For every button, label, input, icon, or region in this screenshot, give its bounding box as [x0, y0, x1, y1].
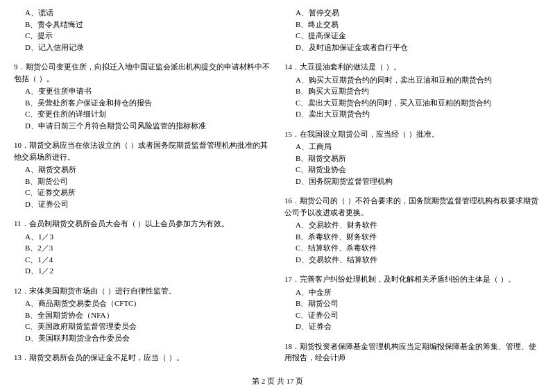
question-13-text: 13．期货交易所会员的保证金不足时，应当（ ）。	[14, 352, 271, 364]
q17-option-d: D、证券会	[284, 321, 541, 332]
question-16-block: 16．期货公司的（ ）不符合要求的，国务院期货监督管理机构有权要求期货公司予以改…	[284, 195, 541, 265]
question-9-block: 9．期货公司变更住所，向拟迁入地中国证监会派出机构提交的申请材料中不包括（ ）。…	[14, 61, 271, 131]
question-block-options-top-left: A、谎话 B、责令具结悔过 C、提示 D、记入信用记录	[14, 7, 271, 53]
question-10-text: 10．期货交易应当在依法设立的（ ）或者国务院期货监督管理机构批准的其他交易场所…	[14, 139, 271, 162]
question-9-text: 9．期货公司变更住所，向拟迁入地中国证监会派出机构提交的申请材料中不包括（ ）。	[14, 61, 271, 84]
question-15-block: 15．在我国设立期货公司，应当经（ ）批准。 A、工商局 B、期货交易所 C、期…	[284, 128, 541, 187]
two-column-layout: A、谎话 B、责令具结悔过 C、提示 D、记入信用记录 9．期货公司变更住所，向…	[14, 7, 541, 369]
q12-option-b: B、全国期货协会（NFA）	[14, 309, 271, 321]
question-block-options-top-right: A、暂停交易 B、终止交易 C、提高保证金 D、及时追加保证金或者自行平仓	[284, 7, 541, 53]
question-12-block: 12．宋体美国期货市场由（ ）进行自律性监管。 A、商品期货交易委员会（CFTC…	[14, 285, 271, 344]
question-14-block: 14．大豆提油套利的做法是（ ）。 A、购买大豆期货合约的同时，卖出豆油和豆粕的…	[284, 61, 541, 120]
r-option-b: B、终止交易	[284, 19, 541, 31]
q15-option-b: B、期货交易所	[284, 153, 541, 164]
q12-option-c: C、美国政府期货监督管理委员会	[14, 321, 271, 332]
option-b: B、责令具结悔过	[14, 19, 271, 31]
q9-option-c: C、变更住所的详细计划	[14, 108, 271, 120]
q12-option-a: A、商品期货交易委员会（CFTC）	[14, 298, 271, 309]
r-option-a: A、暂停交易	[284, 7, 541, 19]
question-14-text: 14．大豆提油套利的做法是（ ）。	[284, 61, 541, 73]
question-18-text: 18．期货投资者保障基金管理机构应当定期编报保障基金的筹集、管理、使用报告，经会…	[284, 341, 541, 364]
question-10-block: 10．期货交易应当在依法设立的（ ）或者国务院期货监督管理机构批准的其他交易场所…	[14, 139, 271, 210]
q15-option-c: C、期货业协会	[284, 164, 541, 176]
question-17-text: 17．完善客户纠纷处理机制，及时化解相关矛盾纠纷的主体是（ ）。	[284, 273, 541, 285]
q17-option-b: B、期货公司	[284, 298, 541, 309]
q14-option-b: B、购买大豆期货合约	[284, 85, 541, 97]
page-footer: 第 2 页 共 17 页	[14, 376, 541, 386]
q10-option-d: D、证券公司	[14, 198, 271, 210]
q14-option-d: D、卖出大豆期货合约	[284, 108, 541, 120]
page-container: A、谎话 B、责令具结悔过 C、提示 D、记入信用记录 9．期货公司变更住所，向…	[14, 7, 541, 386]
left-column: A、谎话 B、责令具结悔过 C、提示 D、记入信用记录 9．期货公司变更住所，向…	[14, 7, 271, 369]
question-11-text: 11．会员制期货交易所会员大会有（ ）以上会员参加方为有效。	[14, 218, 271, 230]
option-d: D、记入信用记录	[14, 42, 271, 53]
q11-option-a: A、1／3	[14, 231, 271, 243]
question-13-block: 13．期货交易所会员的保证金不足时，应当（ ）。	[14, 352, 271, 365]
q9-option-d: D、申请日前三个月符合期货公司风险监管的指标标准	[14, 120, 271, 132]
q11-option-d: D、1／2	[14, 265, 271, 277]
r-option-c: C、提高保证金	[284, 30, 541, 42]
r-option-d: D、及时追加保证金或者自行平仓	[284, 42, 541, 53]
question-16-text: 16．期货公司的（ ）不符合要求的，国务院期货监督管理机构有权要求期货公司予以改…	[284, 195, 541, 218]
q15-option-d: D、国务院期货监督管理机构	[284, 176, 541, 187]
q12-option-d: D、美国联邦期货业合作委员会	[14, 332, 271, 344]
q11-option-c: C、1／4	[14, 254, 271, 266]
page-number: 第 2 页 共 17 页	[252, 377, 303, 385]
q16-option-a: A、交易软件、财务软件	[284, 219, 541, 231]
q9-option-b: B、吴营处所客户保证金和持仓的报告	[14, 97, 271, 109]
q9-option-a: A、变更住所申请书	[14, 85, 271, 97]
q16-option-d: D、交易软件、结算软件	[284, 254, 541, 266]
question-17-block: 17．完善客户纠纷处理机制，及时化解相关矛盾纠纷的主体是（ ）。 A、中金所 B…	[284, 273, 541, 332]
right-column: A、暂停交易 B、终止交易 C、提高保证金 D、及时追加保证金或者自行平仓 14…	[284, 7, 541, 369]
q10-option-b: B、期货公司	[14, 176, 271, 187]
q16-option-b: B、杀毒软件、财务软件	[284, 231, 541, 243]
q14-option-c: C、卖出大豆期货合约的同时，买入豆油和豆粕的期货合约	[284, 97, 541, 109]
q14-option-a: A、购买大豆期货合约的同时，卖出豆油和豆粕的期货合约	[284, 74, 541, 86]
q16-option-c: C、结算软件、杀毒软件	[284, 242, 541, 254]
q17-option-c: C、证券公司	[284, 309, 541, 321]
q10-option-a: A、期货交易所	[14, 164, 271, 176]
q15-option-a: A、工商局	[284, 141, 541, 153]
q10-option-c: C、证券交易所	[14, 187, 271, 198]
option-a: A、谎话	[14, 7, 271, 19]
q11-option-b: B、2／3	[14, 242, 271, 254]
question-11-block: 11．会员制期货交易所会员大会有（ ）以上会员参加方为有效。 A、1／3 B、2…	[14, 218, 271, 277]
option-c: C、提示	[14, 30, 271, 42]
question-15-text: 15．在我国设立期货公司，应当经（ ）批准。	[284, 128, 541, 140]
question-12-text: 12．宋体美国期货市场由（ ）进行自律性监管。	[14, 285, 271, 297]
q17-option-a: A、中金所	[284, 287, 541, 298]
question-18-block: 18．期货投资者保障基金管理机构应当定期编报保障基金的筹集、管理、使用报告，经会…	[284, 341, 541, 365]
